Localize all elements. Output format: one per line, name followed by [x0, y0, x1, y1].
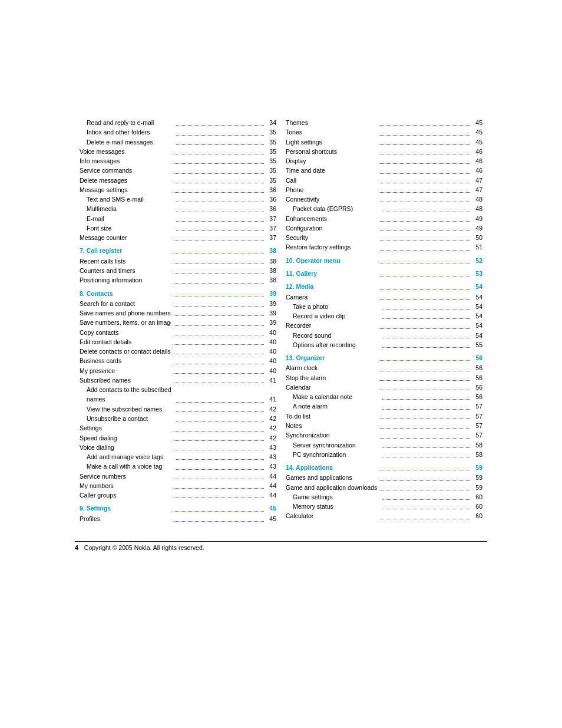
entry-page: 40: [266, 347, 276, 356]
dot-leader: [173, 328, 264, 335]
dot-leader: [379, 483, 470, 490]
entry-title: 9. Settings: [80, 503, 171, 513]
toc-entry: Save names and phone numbers39: [80, 308, 276, 318]
entry-page: 36: [266, 204, 276, 213]
entry-page: 36: [266, 195, 276, 204]
right-column: Themes45Tones45Light settings45Personal …: [281, 118, 487, 523]
dot-leader: [379, 269, 470, 276]
dot-leader: [379, 321, 470, 328]
dot-leader: [173, 347, 264, 354]
dot-leader: [173, 443, 264, 450]
toc-entry: A note alarm57: [286, 401, 482, 411]
entry-page: 42: [266, 423, 276, 433]
entry-page: 57: [472, 421, 482, 430]
toc-entry: Games and applications59: [286, 473, 482, 482]
dot-leader: [173, 318, 264, 325]
entry-page: 45: [472, 137, 482, 147]
toc-entry: Stop the alarm56: [286, 373, 482, 383]
toc-entry: Add contacts to the subscribed: [80, 385, 276, 394]
toc-entry: Call47: [286, 176, 482, 185]
toc-entry: Caller groups44: [80, 490, 276, 500]
entry-page: 42: [266, 433, 276, 443]
toc-entry: Restore factory settings51: [286, 242, 482, 252]
entry-page: 60: [472, 502, 482, 511]
entry-title: Business cards: [80, 356, 171, 365]
entry-title: Alarm clock: [286, 363, 377, 373]
entry-page: 47: [472, 185, 482, 195]
entry-page: 47: [472, 176, 482, 185]
entry-title: Positioning information: [80, 275, 171, 285]
entry-page: 39: [266, 318, 276, 327]
entry-title: Speed dialing: [80, 433, 171, 443]
entry-page: 40: [266, 337, 276, 347]
toc-entry: Delete messages35: [80, 176, 276, 185]
toc-entry: PC synchronization58: [286, 450, 482, 459]
section-header: 10. Operator menu52: [286, 256, 482, 265]
toc-entry: Themes45: [286, 118, 482, 127]
entry-title: Subscribed names: [80, 375, 171, 385]
toc-entry: Calendar56: [286, 383, 482, 392]
entry-title: Delete contacts or contact details: [80, 347, 171, 356]
entry-page: 41: [266, 394, 276, 404]
entry-title: Memory status: [293, 502, 381, 511]
dot-leader: [173, 503, 264, 511]
entry-title: Make a call with a voice tag: [87, 462, 174, 471]
dot-leader: [173, 490, 264, 498]
dot-leader: [176, 452, 264, 460]
dot-leader: [173, 156, 264, 164]
toc-entry: Personal shortcuts46: [286, 147, 482, 156]
toc-entry: Service commands35: [80, 166, 276, 175]
dot-leader: [173, 423, 264, 431]
entry-title: Caller groups: [80, 490, 171, 500]
entry-title: Configuration: [286, 223, 377, 233]
toc-entry: Speed dialing42: [80, 433, 276, 443]
toc-entry: Camera54: [286, 292, 482, 302]
footer-copyright: Copyright © 2005 Nokia. All rights reser…: [84, 544, 204, 551]
entry-page: 40: [266, 356, 276, 365]
entry-page: 42: [266, 414, 276, 423]
section-header: 8. Contacts39: [80, 289, 276, 298]
entry-page: 46: [472, 147, 482, 156]
dot-leader: [173, 375, 264, 383]
dot-leader: [173, 289, 264, 297]
entry-page: 40: [266, 328, 276, 337]
toc-entry: Light settings45: [286, 137, 482, 147]
entry-page: 38: [266, 275, 276, 285]
toc-entry: Copy contacts40: [80, 328, 276, 337]
entry-title: Add and manage voice tags: [87, 452, 174, 462]
dot-leader: [173, 433, 264, 441]
dot-leader: [173, 246, 264, 253]
dot-leader: [379, 176, 470, 183]
dot-leader: [379, 223, 470, 231]
entry-title: Delete messages: [80, 176, 171, 185]
dot-leader: [379, 473, 470, 480]
entry-title: Enhancements: [286, 214, 377, 223]
toc-entry: names41: [80, 394, 276, 404]
entry-page: 60: [472, 511, 482, 521]
entry-title: To-do list: [286, 411, 377, 421]
entry-title: Call: [286, 176, 377, 185]
toc-entry: Edit contact details40: [80, 337, 276, 347]
entry-page: 56: [472, 353, 482, 363]
dot-leader: [382, 204, 470, 212]
entry-title: Camera: [286, 292, 377, 302]
entry-title: Unsubscribe a contact: [87, 414, 174, 423]
entry-page: 45: [266, 503, 276, 513]
entry-page: 59: [472, 473, 482, 482]
entry-page: 56: [472, 373, 482, 383]
entry-title: Text and SMS e-mail: [87, 195, 174, 204]
toc-entry: Take a photo54: [286, 302, 482, 311]
dot-leader: [382, 440, 470, 448]
dot-leader: [379, 185, 470, 193]
dot-leader: [173, 176, 264, 183]
entry-page: 35: [266, 166, 276, 175]
toc-entry: Game settings60: [286, 492, 482, 502]
entry-page: 49: [472, 223, 482, 233]
entry-page: 44: [266, 481, 276, 490]
toc-entry: Read and reply to e-mail34: [80, 118, 276, 127]
toc-entry: Recent calls lists38: [80, 256, 276, 266]
entry-page: 48: [472, 195, 482, 204]
entry-page: 57: [472, 411, 482, 421]
entry-title: My numbers: [80, 481, 171, 490]
toc-entry: Voice messages35: [80, 147, 276, 156]
